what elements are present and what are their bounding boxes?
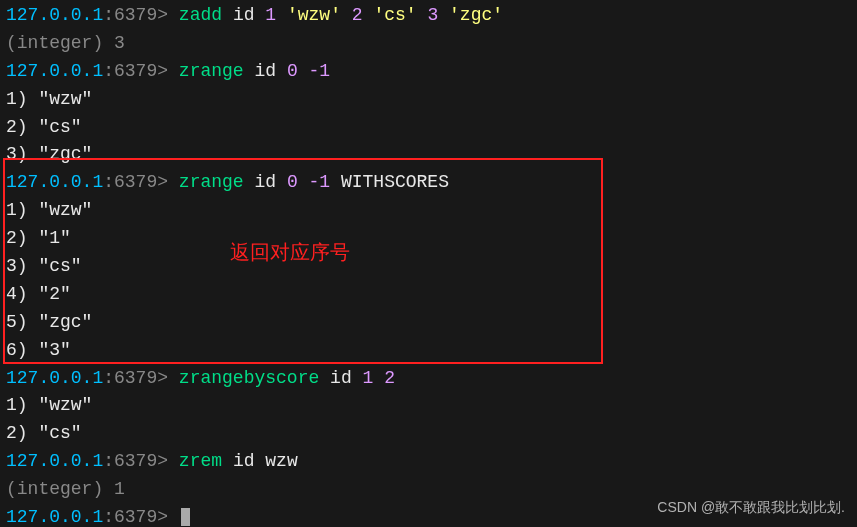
command: zrange (179, 172, 244, 192)
watermark: CSDN @敢不敢跟我比划比划. (657, 497, 845, 519)
arg: 1 (363, 368, 374, 388)
output-line: 2) "cs" (0, 420, 857, 448)
output-line: 1) "wzw" (0, 392, 857, 420)
output-line: 2) "1" (0, 225, 857, 253)
host: 127.0.0.1 (6, 451, 103, 471)
output-line: 4) "2" (0, 281, 857, 309)
output-line: 6) "3" (0, 337, 857, 365)
arg: 0 (287, 172, 298, 192)
terminal-line: 127.0.0.1:6379> zadd id 1 'wzw' 2 'cs' 3… (0, 2, 857, 30)
option: WITHSCORES (341, 172, 449, 192)
port: :6379> (103, 172, 168, 192)
output-line: 1) "wzw" (0, 197, 857, 225)
arg: -1 (309, 172, 331, 192)
output-line: 3) "zgc" (0, 141, 857, 169)
command: zrange (179, 61, 244, 81)
host: 127.0.0.1 (6, 172, 103, 192)
arg: -1 (309, 61, 331, 81)
member: 'zgc' (449, 5, 503, 25)
score: 2 (352, 5, 363, 25)
terminal-line: 127.0.0.1:6379> zrem id wzw (0, 448, 857, 476)
port: :6379> (103, 368, 168, 388)
output-line: 2) "cs" (0, 114, 857, 142)
key: id (254, 172, 276, 192)
port: :6379> (103, 61, 168, 81)
command: zrem (179, 451, 222, 471)
key: id (233, 5, 255, 25)
command: zrangebyscore (179, 368, 319, 388)
output-line: (integer) 3 (0, 30, 857, 58)
score: 3 (427, 5, 438, 25)
port: :6379> (103, 451, 168, 471)
arg: 0 (287, 61, 298, 81)
host: 127.0.0.1 (6, 368, 103, 388)
host: 127.0.0.1 (6, 5, 103, 25)
score: 1 (265, 5, 276, 25)
key: id (254, 61, 276, 81)
key: id (330, 368, 352, 388)
cursor-icon (181, 508, 190, 526)
command: zadd (179, 5, 222, 25)
host: 127.0.0.1 (6, 507, 103, 527)
key: id (233, 451, 255, 471)
member: 'cs' (373, 5, 416, 25)
output-line: 5) "zgc" (0, 309, 857, 337)
terminal-line: 127.0.0.1:6379> zrangebyscore id 1 2 (0, 365, 857, 393)
terminal-line: 127.0.0.1:6379> zrange id 0 -1 WITHSCORE… (0, 169, 857, 197)
arg: wzw (265, 451, 297, 471)
output-line: 3) "cs" (0, 253, 857, 281)
arg: 2 (384, 368, 395, 388)
port: :6379> (103, 5, 168, 25)
host: 127.0.0.1 (6, 61, 103, 81)
port: :6379> (103, 507, 168, 527)
terminal-line: 127.0.0.1:6379> zrange id 0 -1 (0, 58, 857, 86)
member: 'wzw' (287, 5, 341, 25)
output-line: 1) "wzw" (0, 86, 857, 114)
